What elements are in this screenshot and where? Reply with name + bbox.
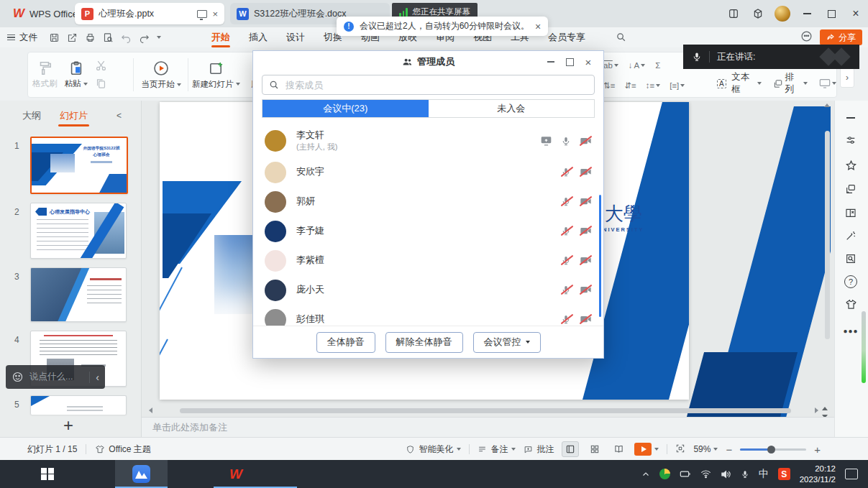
scroll-left-icon[interactable] bbox=[149, 408, 152, 413]
play-from-current-button[interactable]: 当页开始 bbox=[142, 60, 181, 90]
taskbar-wps-app[interactable]: W bbox=[214, 460, 297, 488]
camera-off-icon[interactable] bbox=[580, 255, 592, 266]
slide-thumbnail-1[interactable]: 外国语学院S3122班 心理班会 bbox=[30, 137, 128, 194]
find-book-icon[interactable] bbox=[844, 252, 858, 266]
redo-icon[interactable] bbox=[139, 32, 150, 43]
export-icon[interactable] bbox=[67, 32, 78, 43]
camera-off-icon[interactable] bbox=[580, 136, 592, 147]
member-row[interactable]: 郭妍 bbox=[253, 187, 603, 216]
line-spacing-dec-icon[interactable]: ⇵≡ bbox=[624, 80, 636, 91]
member-search-input[interactable] bbox=[284, 79, 588, 91]
normal-view-icon[interactable] bbox=[562, 441, 579, 457]
zoom-slider[interactable] bbox=[740, 448, 806, 451]
copy-icon[interactable] bbox=[95, 78, 107, 90]
document-tab-ppt[interactable]: P 心理班会.pptx × bbox=[75, 3, 224, 24]
tab-not-joined[interactable]: 未入会 bbox=[429, 100, 595, 117]
undo-icon[interactable] bbox=[121, 32, 132, 43]
fit-slide-icon[interactable] bbox=[675, 443, 685, 456]
new-slide-dropdown-icon[interactable] bbox=[236, 83, 240, 86]
notes-button[interactable]: 备注 bbox=[478, 443, 516, 456]
textbox-button[interactable]: A 文本框 bbox=[717, 71, 762, 96]
search-icon[interactable] bbox=[616, 32, 626, 45]
action-center-icon[interactable] bbox=[845, 469, 858, 479]
member-row[interactable]: 彭佳琪 bbox=[253, 305, 603, 326]
wps-brand[interactable]: W WPS Office bbox=[6, 4, 85, 24]
char-border-button[interactable]: ab bbox=[603, 61, 618, 70]
slide-thumbnail-5[interactable] bbox=[30, 395, 127, 415]
effects-star-icon[interactable] bbox=[844, 158, 858, 172]
reading-view-icon[interactable] bbox=[611, 442, 626, 456]
add-slide-button[interactable]: + bbox=[63, 415, 73, 436]
notification-close-icon[interactable]: × bbox=[535, 21, 541, 32]
properties-sliders-icon[interactable] bbox=[844, 133, 858, 147]
member-row[interactable]: 安欣宇 bbox=[253, 157, 603, 187]
tab-in-meeting[interactable]: 会议中(23) bbox=[262, 100, 429, 117]
account-avatar[interactable] bbox=[770, 0, 795, 27]
member-row[interactable]: 庞小天 bbox=[253, 275, 603, 305]
mic-off-icon[interactable] bbox=[561, 226, 571, 236]
camera-off-icon[interactable] bbox=[580, 167, 592, 178]
camera-off-icon[interactable] bbox=[580, 285, 592, 295]
play-dropdown-icon[interactable] bbox=[177, 83, 181, 86]
close-tab-icon[interactable]: × bbox=[212, 9, 218, 19]
dialog-maximize-icon[interactable] bbox=[560, 51, 579, 73]
format-painter-button[interactable]: 格式刷 bbox=[32, 60, 58, 89]
zoom-slider-knob[interactable] bbox=[767, 446, 775, 454]
camera-off-icon[interactable] bbox=[580, 226, 592, 236]
mute-all-button[interactable]: 全体静音 bbox=[316, 332, 375, 353]
vertical-scroll-thumb[interactable] bbox=[825, 131, 830, 339]
tab-design[interactable]: 设计 bbox=[277, 27, 314, 47]
horizontal-scrollbar[interactable] bbox=[147, 408, 820, 414]
unmute-all-button[interactable]: 解除全体静音 bbox=[385, 332, 463, 353]
slideshow-play-button[interactable] bbox=[634, 443, 659, 456]
member-row[interactable]: 李文轩 (主持人, 我) bbox=[253, 124, 603, 157]
vertical-scrollbar[interactable] bbox=[824, 102, 831, 401]
tray-mic-icon[interactable] bbox=[741, 469, 749, 479]
text-direction-button[interactable]: ↓A bbox=[629, 61, 645, 70]
tab-home[interactable]: 开始 bbox=[202, 27, 239, 47]
slide-thumbnail-2[interactable]: 心理发展指导中心 bbox=[30, 203, 127, 259]
beautify-button[interactable]: 智能美化 bbox=[406, 443, 461, 456]
dialog-close-icon[interactable]: × bbox=[579, 51, 598, 73]
antivirus-icon[interactable] bbox=[659, 469, 670, 479]
member-search-box[interactable] bbox=[262, 75, 595, 95]
docer-box-icon[interactable] bbox=[746, 0, 770, 27]
taskbar-meeting-app[interactable] bbox=[115, 460, 168, 488]
print-icon[interactable] bbox=[85, 32, 96, 43]
equation-button[interactable]: Σ bbox=[655, 61, 660, 70]
mic-on-icon[interactable] bbox=[561, 136, 571, 147]
power-plug-icon[interactable] bbox=[680, 469, 691, 479]
minimize-button[interactable] bbox=[795, 0, 819, 27]
prev-slide-button[interactable] bbox=[822, 402, 832, 409]
sogou-icon[interactable]: S bbox=[778, 468, 790, 480]
skin-shirt-icon[interactable] bbox=[844, 297, 858, 311]
dialog-scrollbar[interactable] bbox=[599, 195, 601, 317]
horizontal-scroll-thumb[interactable] bbox=[180, 408, 791, 413]
tray-expand-icon[interactable] bbox=[641, 470, 650, 479]
mic-off-icon[interactable] bbox=[561, 255, 571, 266]
wifi-icon[interactable] bbox=[700, 469, 711, 479]
line-spacing-inc-icon[interactable]: ⇅≡ bbox=[603, 80, 615, 91]
align-options-icon[interactable]: [≡] bbox=[670, 81, 685, 90]
paste-button[interactable]: 粘贴 bbox=[65, 60, 88, 89]
mic-off-icon[interactable] bbox=[561, 167, 571, 178]
file-menu-button[interactable]: 文件 bbox=[7, 27, 37, 47]
print-preview-icon[interactable] bbox=[103, 32, 114, 43]
selection-pane-icon[interactable] bbox=[844, 182, 858, 196]
split-view-icon[interactable] bbox=[721, 0, 746, 27]
dialog-minimize-icon[interactable] bbox=[542, 51, 560, 73]
feedback-smiley-icon[interactable] bbox=[800, 30, 813, 45]
arrange-button[interactable]: 排列 bbox=[773, 71, 808, 96]
chat-input-placeholder[interactable]: 说点什么... bbox=[29, 371, 83, 383]
tab-outline[interactable]: 大纲 bbox=[19, 109, 44, 122]
close-button[interactable]: × bbox=[844, 0, 868, 27]
collapse-sidebar-icon[interactable] bbox=[844, 111, 858, 125]
slide-sorter-view-icon[interactable] bbox=[587, 442, 603, 456]
meeting-chat-bar[interactable]: 说点什么... ‹ bbox=[6, 365, 105, 389]
camera-off-icon[interactable] bbox=[580, 196, 592, 207]
new-slide-button[interactable]: 新建幻灯片 bbox=[192, 60, 240, 90]
scroll-up-icon[interactable] bbox=[824, 103, 830, 107]
chat-collapse-icon[interactable]: ‹ bbox=[96, 372, 99, 383]
taskbar-clock[interactable]: 20:12 2023/11/2 bbox=[800, 464, 836, 485]
zoom-in-icon[interactable]: + bbox=[814, 443, 821, 456]
